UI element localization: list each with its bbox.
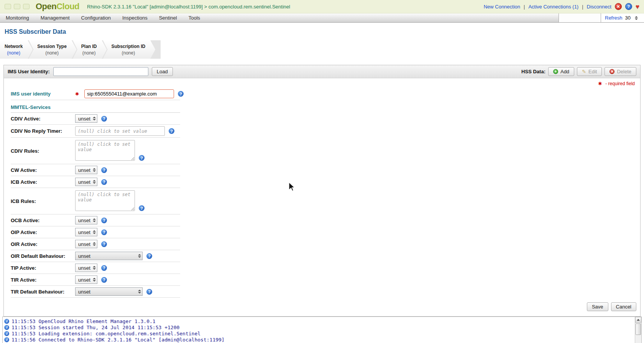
help-icon[interactable]: ? (178, 91, 184, 97)
menu-bar-right: Refresh 30 (559, 13, 644, 22)
scope-tab-value: (none) (112, 50, 146, 56)
help-icon[interactable]: ? (146, 253, 152, 259)
logo-cloud-text: Cloud (56, 2, 79, 11)
scope-tab-network[interactable]: Network (none) (0, 40, 33, 59)
spinner-arrows[interactable] (93, 218, 96, 222)
health-status-icon[interactable]: ♥ (636, 3, 639, 10)
help-icon[interactable]: ? (139, 205, 145, 211)
info-icon: i (4, 337, 9, 342)
field-label: CDIV No Reply Timer: (11, 128, 75, 134)
cdiv-active-select[interactable]: unset (75, 114, 97, 123)
help-icon[interactable]: ? (146, 289, 152, 295)
disconnect-link[interactable]: Disconnect (587, 4, 611, 10)
icb-rules-textarea[interactable] (75, 190, 135, 211)
scope-bar: Network (none) Session Type (none) Plan … (0, 40, 161, 59)
oir-active-select[interactable]: unset (75, 240, 97, 248)
spinner-arrows[interactable] (93, 266, 96, 270)
scope-tab-subscription-id[interactable]: Subscription ID (none) (103, 40, 156, 59)
help-icon[interactable]: ? (101, 229, 107, 235)
scope-row: Network (none) Session Type (none) Plan … (0, 40, 644, 59)
form-row-cdiv-active: CDIV Active: unset ? (11, 113, 180, 125)
spinner-arrows[interactable] (93, 242, 96, 246)
scope-tab-plan-id[interactable]: Plan ID (none) (73, 40, 107, 59)
help-icon[interactable]: ? (101, 116, 107, 122)
help-icon[interactable]: ? (101, 167, 107, 173)
edit-button[interactable]: ✎ Edit (577, 67, 602, 76)
header-mini-icons (5, 4, 30, 9)
help-icon[interactable]: ? (101, 241, 107, 247)
menu-item-inspections[interactable]: Inspections (117, 13, 153, 22)
field-label: ICB Rules: (11, 198, 75, 204)
tir-active-select[interactable]: unset (75, 275, 97, 284)
tir-default-behaviour-select[interactable]: unset (75, 287, 143, 296)
field-label: CDIV Active: (11, 116, 75, 122)
field-label: TIR Default Behaviour: (11, 289, 75, 295)
field-control: unset ? (75, 228, 107, 236)
menu-item-sentinel[interactable]: Sentinel (153, 13, 183, 22)
ocb-active-select[interactable]: unset (75, 216, 97, 224)
cw-active-select[interactable]: unset (75, 166, 97, 174)
cancel-button[interactable]: Cancel (611, 302, 636, 311)
spinner-arrows[interactable] (93, 180, 96, 184)
field-control: unset ? (75, 216, 107, 224)
field-control: unset ? (75, 114, 107, 123)
spinner-arrows[interactable] (93, 230, 96, 234)
spinner-arrows[interactable] (138, 290, 141, 294)
help-icon[interactable]: ? (101, 277, 107, 283)
hss-subscriber-panel: IMS User Identity: Load HSS Data: + Add … (3, 65, 641, 317)
log-scrollbar[interactable] (635, 317, 641, 343)
help-icon[interactable]: ? (139, 155, 145, 161)
field-control: unset ? (75, 240, 107, 248)
active-connections-link[interactable]: Active Connections (1) (528, 4, 578, 10)
scroll-up-icon[interactable] (635, 317, 641, 323)
header-mini-icon (5, 4, 11, 9)
form-row-cdiv-rules: CDIV Rules: ? (11, 138, 180, 164)
scope-tab-session-type[interactable]: Session Type (none) (29, 40, 76, 59)
help-icon[interactable]: ? (101, 218, 107, 223)
menu-item-management[interactable]: Management (35, 13, 76, 22)
save-button[interactable]: Save (587, 302, 608, 311)
ims-user-identity-input[interactable] (84, 89, 174, 98)
field-label: OIP Active: (11, 229, 75, 235)
oip-active-select[interactable]: unset (75, 228, 97, 236)
add-icon: + (553, 69, 558, 74)
log-line: i 11:15:53 Session started Thu, 24 Jul 2… (4, 324, 631, 330)
add-button[interactable]: + Add (548, 67, 574, 76)
spinner-arrows[interactable] (138, 254, 141, 258)
cdiv-no-reply-timer-input[interactable] (75, 126, 165, 136)
delete-button[interactable]: ✕ Delete (605, 67, 636, 76)
field-control: ? (75, 190, 145, 212)
select-value: unset (78, 179, 91, 185)
spinner-arrows[interactable] (93, 278, 96, 282)
ims-user-identity-search-input[interactable] (53, 67, 148, 76)
form-row-ims-user-identity: IMS user identity ✱ ? (11, 88, 180, 100)
help-icon[interactable]: ? (101, 179, 107, 185)
help-icon[interactable]: ? (101, 265, 107, 271)
scrollbar-thumb[interactable] (636, 323, 641, 335)
menubar-empty-cell (559, 13, 601, 22)
load-button[interactable]: Load (152, 67, 173, 76)
menu-item-configuration[interactable]: Configuration (76, 13, 117, 22)
hss-data-label: HSS Data: (521, 69, 545, 74)
oir-default-behaviour-select[interactable]: unset (75, 252, 143, 260)
cdiv-rules-textarea[interactable] (75, 140, 135, 161)
delete-button-label: Delete (617, 69, 631, 74)
icb-active-select[interactable]: unset (75, 178, 97, 186)
help-icon[interactable]: ? (169, 128, 174, 134)
field-label: OCB Active: (11, 218, 75, 223)
refresh-link[interactable]: Refresh (605, 15, 623, 21)
cancel-button-label: Cancel (616, 304, 631, 310)
refresh-interval-spinner[interactable] (635, 16, 638, 20)
scope-tab-label: Plan ID (81, 44, 97, 49)
tip-active-select[interactable]: unset (75, 264, 97, 272)
menu-item-tools[interactable]: Tools (183, 13, 206, 22)
field-control: unset ? (75, 287, 152, 296)
menu-item-monitoring[interactable]: Monitoring (0, 13, 35, 22)
scope-tab-value[interactable]: (none) (5, 50, 23, 56)
link-separator: | (582, 4, 583, 10)
new-connection-link[interactable]: New Connection (484, 4, 520, 10)
spinner-arrows[interactable] (93, 168, 96, 172)
close-session-icon[interactable]: ✕ (615, 3, 622, 10)
help-icon[interactable]: ? (625, 3, 632, 10)
spinner-arrows[interactable] (93, 117, 96, 120)
